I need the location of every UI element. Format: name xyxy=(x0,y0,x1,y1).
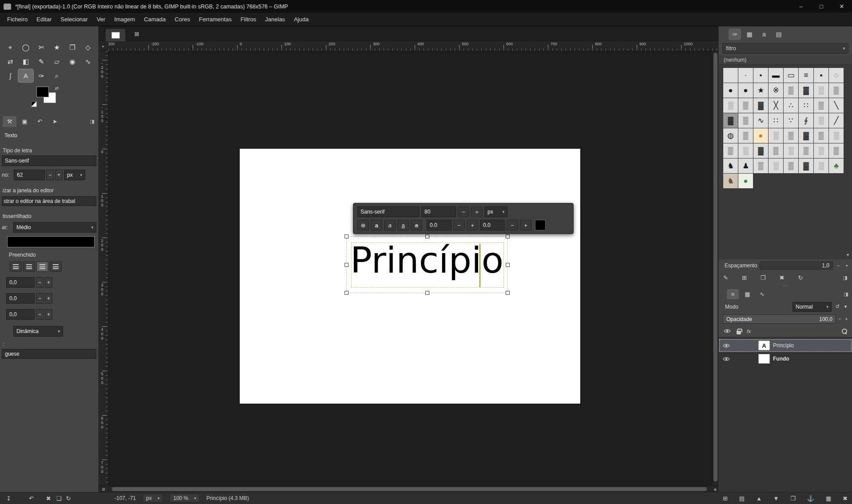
menu-item[interactable]: Ver xyxy=(92,14,110,24)
menu-item[interactable]: Filtros xyxy=(236,14,261,24)
brush-cell[interactable]: ▒ xyxy=(723,143,738,158)
brush-cell[interactable]: ▒ xyxy=(784,128,798,143)
transform-tool[interactable]: ◇ xyxy=(80,41,95,54)
brush-filter-input[interactable]: filtro ▾ xyxy=(722,43,848,54)
letter-spacing-input[interactable]: 0,0 xyxy=(6,309,35,320)
brush-cell[interactable] xyxy=(723,68,738,83)
brush-cell[interactable]: ● xyxy=(753,128,768,143)
brush-cell[interactable]: ▒ xyxy=(738,113,753,128)
menu-item[interactable]: Ferramentas xyxy=(194,14,236,24)
chevron-down-icon[interactable]: ▾ xyxy=(843,302,848,312)
airbrush-tool[interactable]: ◉ xyxy=(65,55,80,68)
layers-tab[interactable]: ≡ xyxy=(727,289,739,299)
justify-fill-button[interactable] xyxy=(50,262,62,272)
brush-cell[interactable]: ● xyxy=(738,174,753,188)
maximize-button[interactable]: □ xyxy=(811,0,832,13)
image-tab[interactable] xyxy=(106,29,125,41)
brush-cell[interactable]: ░ xyxy=(723,98,738,113)
raise-layer-icon[interactable]: ▲ xyxy=(756,495,762,502)
minimize-button[interactable]: – xyxy=(791,0,811,13)
clear-style-button[interactable]: ⊗ xyxy=(357,220,369,230)
use-editor-option[interactable]: izar a janela do editor xyxy=(3,187,96,194)
line-spacing-decrease-button[interactable]: − xyxy=(36,293,44,304)
panel-menu-icon[interactable]: ◨ xyxy=(843,275,848,281)
line-spacing-increase-button[interactable]: + xyxy=(45,293,52,304)
brush-cell[interactable]: ▒ xyxy=(829,83,844,98)
brush-cell[interactable]: • xyxy=(753,68,768,83)
layer-link-cell[interactable] xyxy=(731,352,758,365)
show-editor-button[interactable]: strar o editor na área de trabal xyxy=(2,196,96,206)
size-unit-select[interactable]: px ▾ xyxy=(64,170,85,180)
brush-cell[interactable]: ░ xyxy=(814,83,828,98)
brush-cell[interactable]: ░ xyxy=(784,143,798,158)
search-layers-icon[interactable] xyxy=(842,329,847,334)
menu-item[interactable]: Camada xyxy=(139,14,170,24)
hinting-select[interactable]: Médio ▾ xyxy=(13,222,96,233)
bold-button[interactable]: a xyxy=(371,220,382,230)
new-brush-icon[interactable]: ⊞ xyxy=(742,274,747,281)
brush-cell[interactable]: ▒ xyxy=(814,98,828,113)
close-view-icon[interactable]: ⊠ xyxy=(132,29,142,39)
brush-cell[interactable]: ░ xyxy=(769,128,783,143)
eraser-tool[interactable]: ▱ xyxy=(49,55,64,68)
underline-button[interactable]: a xyxy=(397,220,409,230)
brush-cell[interactable]: ◌ xyxy=(829,68,844,83)
indent-increase-button[interactable]: + xyxy=(45,277,52,288)
baseline-increase-button[interactable]: + xyxy=(467,220,478,230)
text-size-input[interactable]: 80 xyxy=(421,206,456,217)
brush-cell[interactable]: ∮ xyxy=(799,113,813,128)
new-group-icon[interactable]: ▤ xyxy=(739,495,745,502)
horizontal-scrollbar-thumb[interactable] xyxy=(112,487,707,491)
vertical-scrollbar[interactable] xyxy=(712,51,718,486)
restore-tool-preset-icon[interactable]: ↶ xyxy=(29,495,34,502)
horizontal-scrollbar[interactable] xyxy=(108,486,712,492)
justify-left-button[interactable] xyxy=(10,262,22,272)
anchor-layer-icon[interactable]: ⚓ xyxy=(807,495,814,502)
font-input[interactable]: Sans-serif xyxy=(2,155,96,166)
brush-cell[interactable]: ∵ xyxy=(784,113,798,128)
brush-cell[interactable]: ▓ xyxy=(753,98,768,113)
menu-item[interactable]: Cores xyxy=(170,14,194,24)
menu-item[interactable]: Janelas xyxy=(261,14,289,24)
menu-item[interactable]: Ajuda xyxy=(289,14,313,24)
brush-cell[interactable]: · xyxy=(738,68,753,83)
brush-cell[interactable]: ▒ xyxy=(753,159,768,173)
brush-cell[interactable]: ∷ xyxy=(799,98,813,113)
fonts-tab[interactable]: a xyxy=(758,28,770,40)
paths-tool[interactable]: ∫ xyxy=(3,69,18,82)
lock-icon[interactable] xyxy=(737,331,741,334)
letter-spacing-decrease-button[interactable]: − xyxy=(36,309,44,320)
merge-layer-icon[interactable]: ▦ xyxy=(826,495,831,502)
language-input[interactable]: guese xyxy=(2,349,96,359)
alignment-tool[interactable]: ⌖ xyxy=(3,41,18,54)
brush-cell[interactable]: ♟ xyxy=(738,159,753,173)
default-colors-icon[interactable] xyxy=(31,101,37,107)
pointer-tab[interactable]: ➤ xyxy=(48,116,62,127)
brushes-tab[interactable]: ✑ xyxy=(729,28,741,40)
tool-options-tab[interactable]: ⚒ xyxy=(3,116,16,127)
brush-cell[interactable]: ▒ xyxy=(738,98,753,113)
strikethrough-button[interactable]: a xyxy=(411,220,422,230)
delete-tool-preset-icon[interactable]: ✖ xyxy=(46,495,51,502)
text-box-handle[interactable] xyxy=(345,263,349,267)
line-spacing-input[interactable]: 0,0 xyxy=(6,293,35,304)
reset-tool-options-icon[interactable]: ↻ xyxy=(66,495,71,502)
brush-cell[interactable]: ░ xyxy=(814,143,828,158)
brush-cell[interactable]: ░ xyxy=(769,159,783,173)
refresh-brushes-icon[interactable]: ↻ xyxy=(798,274,803,281)
foreground-color-swatch[interactable] xyxy=(36,87,49,97)
brush-cell[interactable]: ▒ xyxy=(784,83,798,98)
brush-cell[interactable]: ▒ xyxy=(784,159,798,173)
size-decrease-button[interactable]: − xyxy=(46,170,54,180)
brush-cell[interactable]: ▒ xyxy=(769,143,783,158)
edit-brush-icon[interactable]: ✎ xyxy=(723,274,728,281)
horizontal-ruler[interactable]: -300-200-1000100200300400500600700800900… xyxy=(108,41,718,51)
text-size-increase-button[interactable]: + xyxy=(471,206,483,217)
size-increase-button[interactable]: + xyxy=(55,170,63,180)
menu-item[interactable]: Imagem xyxy=(110,14,139,24)
brush-cell[interactable]: ╳ xyxy=(769,98,783,113)
scroll-down-icon[interactable]: ▾ xyxy=(847,252,849,257)
brush-tag-none[interactable]: (nenhum) xyxy=(719,56,852,65)
spacing-increase-button[interactable]: + xyxy=(844,262,850,270)
spacing-slider[interactable]: 1,0 xyxy=(760,262,833,270)
